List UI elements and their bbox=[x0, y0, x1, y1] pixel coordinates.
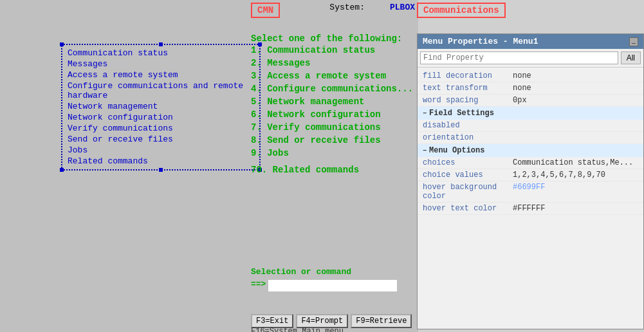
props-search-row: All bbox=[418, 49, 643, 68]
props-key: hover background color bbox=[423, 183, 513, 201]
props-row: disabled bbox=[418, 120, 643, 132]
corner-dot-tl bbox=[60, 42, 64, 46]
field-settings-section[interactable]: − Field Settings bbox=[418, 107, 643, 120]
props-search-input[interactable] bbox=[420, 51, 618, 64]
main-screen: CMN System: PLBOX Communications Select … bbox=[0, 0, 418, 332]
props-row: fill decoration none bbox=[418, 70, 643, 82]
menu-item-2[interactable]: 2. Messages bbox=[251, 57, 418, 69]
top-bar: CMN System: PLBOX bbox=[0, 0, 418, 26]
selection-label: Selection or command bbox=[251, 267, 418, 277]
f3-exit-button[interactable]: F3=Exit bbox=[251, 314, 293, 328]
selection-area: Selection or command ==> bbox=[251, 267, 418, 291]
props-row: choice values 1,2,3,4,5,6,7,8,9,70 bbox=[418, 169, 643, 181]
menu-options-section[interactable]: − Menu Options bbox=[418, 144, 643, 157]
props-row: orientation bbox=[418, 132, 643, 144]
props-title: Menu Properties - Menu1 bbox=[423, 37, 538, 46]
system-prefix: System: bbox=[329, 3, 365, 12]
props-key: choice values bbox=[423, 171, 513, 180]
list-item[interactable]: Messages bbox=[65, 59, 257, 69]
props-key: hover text color bbox=[423, 204, 513, 213]
menu-item-9[interactable]: 9. Jobs bbox=[251, 147, 418, 160]
select-prompt: Select one of the following: bbox=[251, 33, 402, 44]
props-row: hover text color #FFFFFF bbox=[418, 203, 643, 215]
field-settings-label: Field Settings bbox=[429, 109, 494, 118]
props-value: 1,2,3,4,5,6,7,8,9,70 bbox=[513, 171, 638, 180]
props-row: hover background color #6699FF bbox=[418, 181, 643, 203]
section-collapse-icon: − bbox=[423, 147, 427, 154]
props-value bbox=[513, 121, 638, 130]
menu-item-7[interactable]: 7. Verify communications bbox=[251, 121, 418, 134]
menu-item-6[interactable]: 6. Network configuration bbox=[251, 108, 418, 121]
props-key: choices bbox=[423, 158, 513, 167]
menu-item-8[interactable]: 8. Send or receive files bbox=[251, 134, 418, 147]
list-item[interactable]: Verify communications bbox=[65, 123, 257, 134]
props-value: none bbox=[513, 84, 638, 93]
props-row: choices Communication status,Me... bbox=[418, 157, 643, 169]
props-key: text transform bbox=[423, 84, 513, 93]
corner-dot-bm bbox=[159, 168, 163, 172]
list-item[interactable]: Configure communications and remote hard… bbox=[65, 80, 257, 101]
system-label: System: PLBOX bbox=[329, 3, 415, 12]
props-value: none bbox=[513, 71, 638, 80]
props-key: fill decoration bbox=[423, 71, 513, 80]
f9-retrieve-button[interactable]: F9=Retrieve bbox=[351, 314, 412, 328]
props-row: text transform none bbox=[418, 82, 643, 95]
fkey-bar2: F16=System Main menu bbox=[251, 327, 344, 332]
left-panel: Communication status Messages Access a r… bbox=[61, 44, 261, 171]
props-key: word spacing bbox=[423, 96, 513, 105]
system-name: PLBOX bbox=[390, 3, 415, 12]
list-item[interactable]: Communication status bbox=[65, 48, 257, 59]
props-all-button[interactable]: All bbox=[621, 51, 641, 64]
selection-input[interactable] bbox=[268, 280, 397, 291]
fkey-bar: F3=Exit F4=Prompt F9=Retrieve bbox=[251, 314, 412, 328]
props-value: 0px bbox=[513, 96, 638, 105]
props-value bbox=[513, 133, 638, 142]
props-header: Menu Properties - Menu1 _ bbox=[418, 34, 643, 49]
props-value: #6699FF bbox=[513, 183, 638, 201]
list-item[interactable]: Jobs bbox=[65, 145, 257, 156]
list-item[interactable]: Related commands bbox=[65, 156, 257, 167]
props-value: #FFFFFF bbox=[513, 204, 638, 213]
menu-item-3[interactable]: 3. Access a remote system bbox=[251, 69, 418, 82]
cmn-box: CMN bbox=[251, 3, 280, 18]
selection-arrow: ==> bbox=[251, 279, 266, 289]
props-key: disabled bbox=[423, 121, 513, 130]
props-value: Communication status,Me... bbox=[513, 158, 638, 167]
props-body[interactable]: fill decoration none text transform none… bbox=[418, 68, 643, 329]
list-item[interactable]: Access a remote system bbox=[65, 69, 257, 80]
props-panel: Menu Properties - Menu1 _ All fill decor… bbox=[417, 33, 644, 329]
menu-options-label: Menu Options bbox=[429, 146, 484, 155]
corner-dot-bl bbox=[60, 168, 64, 172]
list-item[interactable]: Send or receive files bbox=[65, 134, 257, 145]
props-key: orientation bbox=[423, 133, 513, 142]
section-collapse-icon: − bbox=[423, 110, 427, 117]
right-panel: 1. Communication status 2. Messages 3. A… bbox=[251, 44, 418, 176]
minimize-button[interactable]: _ bbox=[629, 37, 638, 46]
communications-label: Communications bbox=[417, 3, 506, 18]
menu-item-4[interactable]: 4. Configure communications... bbox=[251, 82, 418, 95]
props-row: word spacing 0px bbox=[418, 95, 643, 107]
corner-dot-tm bbox=[159, 42, 163, 46]
list-item[interactable]: Network configuration bbox=[65, 112, 257, 123]
menu-item-70[interactable]: 70. Related commands bbox=[251, 163, 418, 176]
f4-prompt-button[interactable]: F4=Prompt bbox=[296, 314, 348, 328]
menu-item-5[interactable]: 5. Network management bbox=[251, 95, 418, 108]
menu-item-1[interactable]: 1. Communication status bbox=[251, 44, 418, 57]
list-item[interactable]: Network management bbox=[65, 101, 257, 112]
